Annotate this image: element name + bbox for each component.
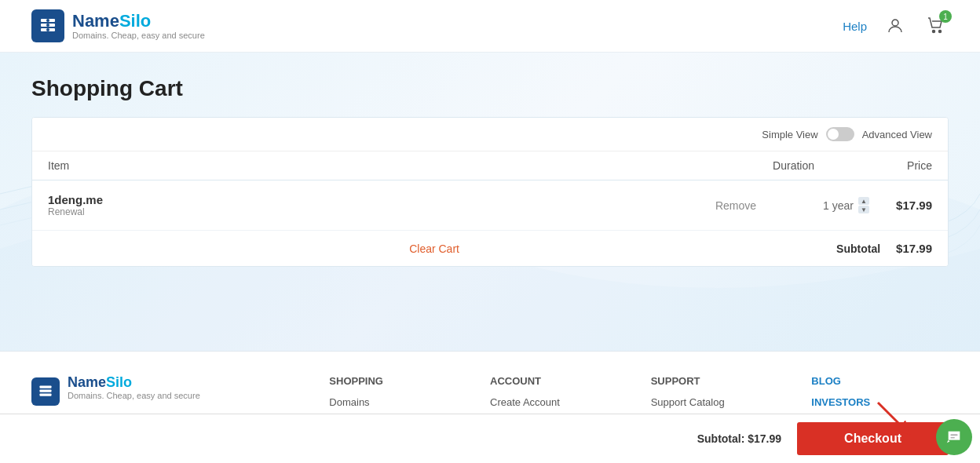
duration-text: 1 year <box>823 199 854 212</box>
col-price-header: Price <box>814 159 932 172</box>
svg-point-6 <box>892 20 898 26</box>
view-toggle-switch[interactable] <box>826 127 854 141</box>
remove-link[interactable]: Remove <box>715 199 756 212</box>
cart-container: Simple View Advanced View Item Duration … <box>31 117 949 267</box>
footer-link-create-account[interactable]: Create Account <box>490 396 627 408</box>
table-row: 1deng.me Renewal Remove 1 year ▲ ▼ $17.9… <box>32 180 948 231</box>
footer-shopping-title: SHOPPING <box>329 375 466 387</box>
checkout-button[interactable]: Checkout <box>797 422 949 455</box>
svg-rect-10 <box>40 389 52 392</box>
cart-footer: Clear Cart Subtotal $17.99 <box>32 231 948 266</box>
logo-text: NameSilo Domains. Cheap, easy and secure <box>72 12 205 40</box>
advanced-view-label: Advanced View <box>862 129 932 140</box>
logo-name: NameSilo <box>72 12 205 31</box>
footer-link-investors[interactable]: INVESTORS <box>811 396 949 408</box>
bottom-bar: Subtotal: $17.99 Checkout <box>0 414 980 463</box>
footer-blog-title: BLOG <box>811 375 949 387</box>
renewal-label: Renewal <box>48 206 657 217</box>
footer-support-title: SUPPORT <box>651 375 788 387</box>
duration-cell: 1 year ▲ ▼ <box>823 197 869 213</box>
logo-icon <box>31 9 64 42</box>
cart-badge: 1 <box>939 10 952 23</box>
svg-point-4 <box>46 24 49 27</box>
help-link[interactable]: Help <box>843 20 867 33</box>
footer-account-title: ACCOUNT <box>490 375 627 387</box>
footer-logo-icon <box>31 377 60 406</box>
user-icon[interactable] <box>883 13 908 38</box>
svg-rect-11 <box>40 393 52 396</box>
main-content: Shopping Cart Simple View Advanced View … <box>0 53 980 351</box>
duration-spinner[interactable]: ▲ ▼ <box>858 197 869 213</box>
col-duration-header: Duration <box>657 159 814 172</box>
price-cell: $17.99 <box>869 199 932 212</box>
cart-icon[interactable]: 1 <box>923 13 949 38</box>
svg-rect-9 <box>40 385 52 388</box>
logo[interactable]: NameSilo Domains. Cheap, easy and secure <box>31 9 205 42</box>
footer-tagline: Domains. Cheap, easy and secure <box>68 391 200 400</box>
bottom-subtotal: Subtotal: $17.99 <box>697 432 781 445</box>
clear-cart-button[interactable]: Clear Cart <box>48 242 821 255</box>
site-header: NameSilo Domains. Cheap, easy and secure… <box>0 0 980 53</box>
domain-name: 1deng.me <box>48 193 657 206</box>
svg-rect-13 <box>950 434 957 436</box>
subtotal-price: $17.99 <box>896 242 932 255</box>
svg-point-3 <box>46 19 49 22</box>
col-item-header: Item <box>48 159 657 172</box>
footer-logo-name: NameSilo <box>68 375 200 391</box>
footer-link-support-catalog[interactable]: Support Catalog <box>651 396 788 408</box>
footer-logo-text: NameSilo Domains. Cheap, easy and secure <box>68 375 200 408</box>
duration-price-cell: 1 year ▲ ▼ $17.99 <box>814 197 932 213</box>
subtotal-label: Subtotal <box>836 242 880 255</box>
spin-down-button[interactable]: ▼ <box>858 206 869 213</box>
logo-tagline: Domains. Cheap, easy and secure <box>72 31 205 40</box>
svg-rect-14 <box>950 437 955 438</box>
svg-point-7 <box>933 31 935 33</box>
svg-point-5 <box>46 28 49 31</box>
footer-link-domains[interactable]: Domains <box>329 396 466 408</box>
spin-up-button[interactable]: ▲ <box>858 197 869 205</box>
remove-button-cell: Remove <box>657 199 814 212</box>
header-right: Help 1 <box>843 13 949 38</box>
svg-point-8 <box>939 31 942 33</box>
cart-header: Item Duration Price <box>32 151 948 180</box>
page-title: Shopping Cart <box>31 76 949 101</box>
view-toggle: Simple View Advanced View <box>32 118 948 151</box>
chat-bubble[interactable] <box>936 419 972 455</box>
item-info: 1deng.me Renewal <box>48 193 657 217</box>
simple-view-label: Simple View <box>762 129 817 140</box>
